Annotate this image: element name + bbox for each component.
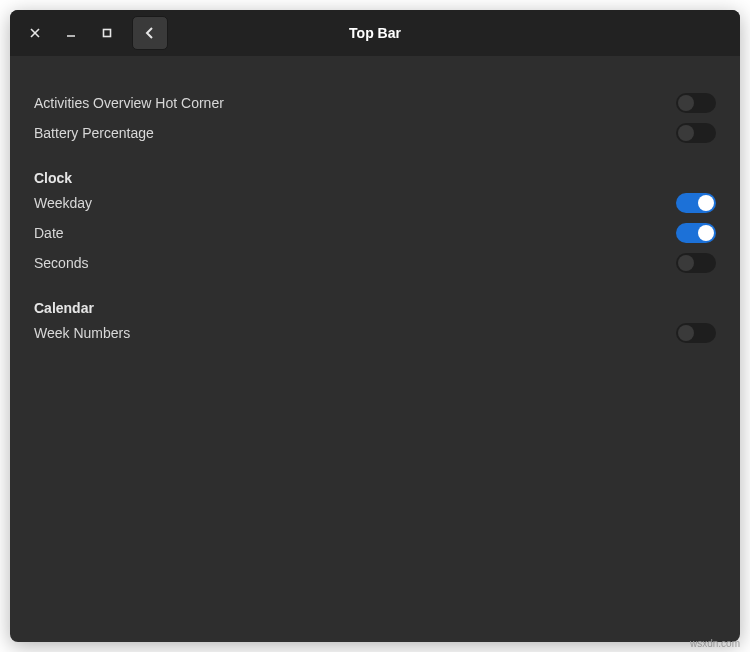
watermark: wsxdn.com [690, 638, 740, 649]
label-seconds: Seconds [34, 255, 88, 271]
label-weekday: Weekday [34, 195, 92, 211]
back-button[interactable] [132, 16, 168, 50]
toggle-seconds[interactable] [676, 253, 716, 273]
row-week-numbers: Week Numbers [34, 318, 716, 348]
row-seconds: Seconds [34, 248, 716, 278]
row-weekday: Weekday [34, 188, 716, 218]
toggle-knob-icon [698, 195, 714, 211]
minimize-button[interactable] [54, 16, 88, 50]
heading-clock: Clock [34, 170, 716, 186]
settings-window: Top Bar Activities Overview Hot Corner B… [10, 10, 740, 642]
toggle-date[interactable] [676, 223, 716, 243]
toggle-knob-icon [678, 95, 694, 111]
label-activities-overview: Activities Overview Hot Corner [34, 95, 224, 111]
label-week-numbers: Week Numbers [34, 325, 130, 341]
toggle-knob-icon [678, 325, 694, 341]
toggle-knob-icon [678, 255, 694, 271]
close-icon [30, 28, 40, 38]
titlebar: Top Bar [10, 10, 740, 56]
heading-calendar: Calendar [34, 300, 716, 316]
toggle-battery-percentage[interactable] [676, 123, 716, 143]
maximize-icon [102, 28, 112, 38]
toggle-knob-icon [698, 225, 714, 241]
svg-rect-3 [104, 30, 111, 37]
row-activities-overview: Activities Overview Hot Corner [34, 88, 716, 118]
toggle-knob-icon [678, 125, 694, 141]
label-battery-percentage: Battery Percentage [34, 125, 154, 141]
label-date: Date [34, 225, 64, 241]
toggle-week-numbers[interactable] [676, 323, 716, 343]
row-date: Date [34, 218, 716, 248]
minimize-icon [66, 28, 76, 38]
row-battery-percentage: Battery Percentage [34, 118, 716, 148]
toggle-weekday[interactable] [676, 193, 716, 213]
chevron-left-icon [145, 27, 155, 39]
settings-content: Activities Overview Hot Corner Battery P… [10, 56, 740, 380]
window-controls [18, 16, 168, 50]
toggle-activities-overview[interactable] [676, 93, 716, 113]
maximize-button[interactable] [90, 16, 124, 50]
close-button[interactable] [18, 16, 52, 50]
